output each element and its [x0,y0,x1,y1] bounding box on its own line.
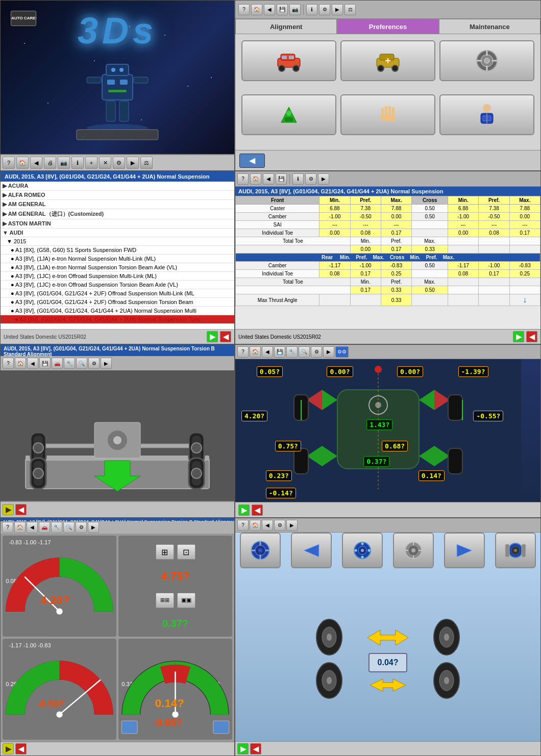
info-button[interactable]: ℹ [71,157,84,169]
wd-home-btn[interactable]: 🏠 [15,358,26,369]
list-item-audi[interactable]: ▼ AUDI [1,229,234,237]
gauge-help-btn[interactable]: ? [2,522,13,533]
wd-save-btn[interactable]: 💾 [39,358,51,369]
back-button[interactable]: ◀ [30,157,42,169]
eq-home-btn[interactable]: 🏠 [250,520,261,531]
tab-alignment[interactable]: Alignment [235,19,337,34]
home-button[interactable]: 🏠 [16,157,29,169]
pref-camera-btn[interactable]: 📷 [289,4,301,15]
pref-scale-btn[interactable]: ⚖ [345,4,356,15]
pref-hand-btn[interactable] [340,94,435,135]
list-item[interactable]: ▼ 2015 [1,237,234,246]
live-mode-btn[interactable]: ⚙⚙ [335,346,349,358]
wd-zoom-btn[interactable]: 🔍 [76,358,87,369]
eq-help-btn[interactable]: ? [237,520,249,531]
close-button[interactable]: ✕ [99,157,111,169]
spec-save-btn[interactable]: 💾 [276,173,287,185]
spec-help-btn[interactable]: ? [237,173,249,185]
wd-help-btn[interactable]: ? [3,358,14,369]
list-item[interactable]: ▶ ASTON MARTIN [1,219,234,229]
wd-wrench-btn[interactable]: 🔧 [64,358,75,369]
list-item[interactable]: ▶ AM GENERAL [1,200,234,209]
wd-car-btn[interactable]: 🚗 [52,358,63,369]
gauge-ctrl-btn3[interactable]: ⊞⊞ [156,593,174,608]
list-item[interactable]: ● A3 [8V], (G01/G04, G21/G24 + 2UF) Offr… [1,289,234,298]
live-zoom-btn[interactable]: 🔍 [299,346,310,358]
settings-button[interactable]: ⚙ [113,157,125,169]
pref-diag-btn[interactable] [340,40,435,81]
prefs-back-arrow-btn[interactable]: ◀ [239,154,265,168]
list-item[interactable]: ● A3 [8V], (1JA) e-tron Normal Suspensio… [1,255,234,263]
pref-car-settings-btn[interactable] [241,40,336,81]
pref-help-btn[interactable]: ? [238,4,250,15]
list-item[interactable]: ● A1 [8X], (G58, G60) S1 Sports Suspensi… [1,246,234,255]
eq-arrow-btn[interactable]: ▶ [286,520,298,531]
eq-back-btn[interactable]: ◀ [262,520,273,531]
eq-steering-icon-btn[interactable] [240,533,281,568]
live-next-btn[interactable]: ▶ [238,505,250,516]
specs-next-btn[interactable]: ▶ [513,331,524,342]
eq-gear-btn[interactable]: ⚙ [274,520,285,531]
wd-back-btn[interactable]: ◀ [27,358,38,369]
list-item[interactable]: ▶ ACURA [1,182,234,191]
tab-maintenance[interactable]: Maintenance [439,19,540,34]
live-arrow-btn[interactable]: ▶ [323,346,334,358]
camera-button[interactable]: 📷 [58,157,70,169]
pref-gear-btn[interactable]: ⚙ [319,4,330,15]
pref-lift-btn[interactable] [241,94,336,135]
gauge-arrow-btn[interactable]: ▶ [88,522,99,533]
live-home-btn[interactable]: 🏠 [250,346,261,358]
eq-wheel-hub-btn[interactable] [342,533,383,568]
list-item[interactable]: ▶ ALFA ROMEO [1,191,234,200]
add-button[interactable]: + [85,157,97,169]
pref-person-btn[interactable] [439,94,534,135]
spec-back-btn[interactable]: ◀ [263,173,274,185]
print-button[interactable]: 🖨 [44,157,56,169]
forward-button[interactable]: ▶ [127,157,139,169]
eq-arrow-right-btn[interactable] [444,533,485,568]
live-wrench-btn[interactable]: 🔧 [286,346,298,358]
gauge-car-btn[interactable]: 🚗 [39,522,50,533]
gauge-ctrl-btn2[interactable]: ⊡ [177,544,195,560]
list-item[interactable]: ● A3 [8V], (G01/G04, G21/G24 + 2UF) Offr… [1,298,234,307]
live-gear-btn[interactable]: ⚙ [311,346,322,358]
list-item[interactable]: ● A3 [8V], (1JC) e-tron Offroad Suspensi… [1,272,234,281]
list-item-selected[interactable]: ● A3 [8V], (G01/G04, G21/G24, G41/G44 + … [1,315,234,324]
wd-yellow-next-btn[interactable]: ▶ [3,504,14,515]
spec-gear-btn[interactable]: ⚙ [305,173,316,185]
live-back-btn[interactable]: ◀ [262,346,273,358]
list-item[interactable]: ● A3 [8V], (1JA) e-tron Normal Suspensio… [1,263,234,272]
back-nav-button[interactable]: ◀ [220,331,231,342]
pref-back-btn[interactable]: ◀ [264,4,275,15]
pref-info-btn[interactable]: ℹ [306,4,317,15]
gauge-wrench-btn[interactable]: 🔧 [51,522,62,533]
gauge-back-btn[interactable]: ◀ [27,522,38,533]
gauge-next-btn[interactable]: ▶ [3,743,14,754]
gauge-ctrl-btn1[interactable]: ⊞ [156,544,174,560]
wd-gear-btn[interactable]: ⚙ [88,358,100,369]
gauge-zoom-btn[interactable]: 🔍 [63,522,75,533]
eq-next-btn[interactable]: ▶ [237,743,249,754]
next-button[interactable]: ▶ [207,331,218,342]
scale-button[interactable]: ⚖ [140,157,153,169]
pref-wheel-btn[interactable] [439,40,534,81]
spec-arrow-btn[interactable]: ▶ [318,173,329,185]
tab-preferences[interactable]: Preferences [337,19,438,34]
gauge-back-btn2[interactable]: ◀ [15,743,27,754]
specs-back-btn[interactable]: ◀ [526,331,537,342]
gauge-gear-btn[interactable]: ⚙ [76,522,87,533]
pref-save-btn[interactable]: 💾 [277,4,288,15]
live-save-btn[interactable]: 💾 [274,346,285,358]
eq-arrow-left-btn[interactable] [291,533,332,568]
wd-arrow-btn[interactable]: ▶ [101,358,112,369]
gauge-ctrl-btn4[interactable]: ▣▣ [177,593,195,608]
help-button[interactable]: ? [3,157,15,169]
eq-clamp-btn[interactable] [495,533,536,568]
live-back-btn2[interactable]: ◀ [252,505,263,516]
pref-home-btn[interactable]: 🏠 [251,4,262,15]
spec-info-btn[interactable]: ℹ [292,173,304,185]
gauge-home-btn[interactable]: 🏠 [14,522,26,533]
spec-home-btn[interactable]: 🏠 [250,173,261,185]
list-item[interactable]: ▶ AM GENERAL（进口）(Customized) [1,209,234,219]
list-item[interactable]: ● A3 [8V], (G01/G04, G21/G24, G41/G44 + … [1,307,234,315]
